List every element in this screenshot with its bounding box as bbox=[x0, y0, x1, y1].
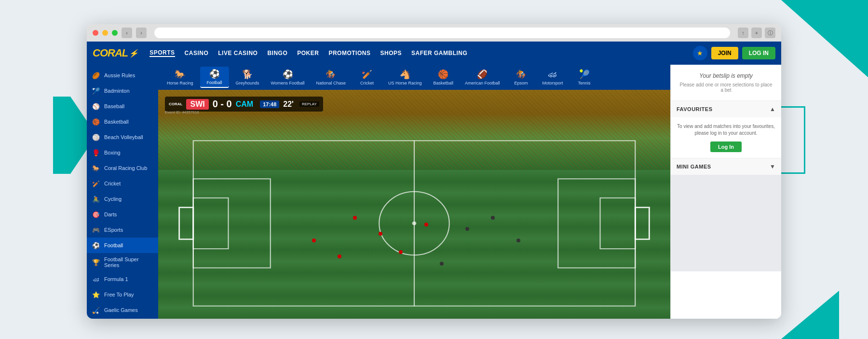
content-area: 🏉 Aussie Rules 🏸 Badminton ⚾ Baseball 🏀 … bbox=[87, 65, 781, 319]
sidebar-item-beach-volleyball[interactable]: 🏐 Beach Volleyball bbox=[87, 129, 158, 145]
back-button[interactable]: ‹ bbox=[122, 28, 132, 38]
sidebar-label-boxing: Boxing bbox=[104, 150, 121, 155]
nav-bingo[interactable]: BINGO bbox=[267, 50, 287, 56]
tennis-tab-icon: 🎾 bbox=[579, 69, 590, 80]
football-icon: ⚽ bbox=[92, 241, 100, 250]
score-home-value: 0 bbox=[213, 99, 218, 109]
sidebar-item-gaelic-games[interactable]: 🏑 Gaelic Games bbox=[87, 302, 158, 318]
tab-cricket[interactable]: 🏏 Cricket bbox=[353, 67, 381, 87]
sidebar-item-badminton[interactable]: 🏸 Badminton bbox=[87, 83, 158, 99]
reader-button[interactable]: ⓘ bbox=[765, 28, 775, 38]
main-content: 🐎 Horse Racing ⚽ Football 🐕 Greyhounds ⚽… bbox=[158, 65, 670, 319]
favourites-login-button[interactable]: Log In bbox=[710, 141, 742, 152]
sidebar-label-aussie-rules: Aussie Rules bbox=[104, 72, 135, 78]
site-wrapper: CORAL ⚡ SPORTS CASINO LIVE CASINO BINGO … bbox=[87, 42, 781, 319]
tab-greyhounds[interactable]: 🐕 Greyhounds bbox=[231, 67, 264, 87]
score-overlay: CORAL SWI 0 - 0 CAM 17:48 22' REPLAY bbox=[165, 97, 323, 112]
sidebar-item-boxing[interactable]: 🥊 Boxing bbox=[87, 145, 158, 160]
sidebar-item-cricket[interactable]: 🏏 Cricket bbox=[87, 176, 158, 191]
nav-poker[interactable]: POKER bbox=[297, 50, 319, 56]
svg-rect-4 bbox=[193, 198, 229, 249]
join-button[interactable]: JOIN bbox=[711, 47, 738, 59]
match-video-area[interactable]: CORAL SWI 0 - 0 CAM 17:48 22' REPLAY bbox=[158, 90, 670, 319]
share-button[interactable]: ↑ bbox=[738, 28, 748, 38]
favourites-header[interactable]: FAVOURITES ▲ bbox=[671, 101, 781, 117]
betslip-empty-desc: Please add one or more selections to pla… bbox=[678, 82, 773, 93]
mini-games-header[interactable]: MINI GAMES ▼ bbox=[671, 158, 781, 175]
tab-motorsport[interactable]: 🏎 Motorsport bbox=[538, 68, 568, 87]
basketball-tab-label: Basketball bbox=[434, 81, 454, 85]
player-2 bbox=[379, 232, 382, 236]
sidebar-item-formula1[interactable]: 🏎 Formula 1 bbox=[87, 271, 158, 287]
us-horse-racing-tab-label: US Horse Racing bbox=[388, 81, 422, 85]
sidebar-item-football-super-series[interactable]: 🏆 Football Super Series bbox=[87, 253, 158, 271]
epsom-tab-icon: 🏇 bbox=[516, 69, 527, 80]
football-field: CORAL SWI 0 - 0 CAM 17:48 22' REPLAY bbox=[158, 90, 670, 319]
betslip-panel: Your betslip is empty Please add one or … bbox=[670, 65, 781, 319]
national-chase-tab-icon: 🏇 bbox=[326, 69, 336, 80]
nav-safer-gambling[interactable]: SAFER GAMBLING bbox=[411, 50, 467, 56]
top-navigation: CORAL ⚡ SPORTS CASINO LIVE CASINO BINGO … bbox=[87, 42, 781, 65]
sidebar-label-football-super-series: Football Super Series bbox=[104, 256, 153, 268]
browser-dot-yellow[interactable] bbox=[102, 30, 108, 36]
cycling-icon: 🚴 bbox=[92, 195, 100, 203]
tab-womens-football[interactable]: ⚽ Womens Football bbox=[266, 67, 310, 87]
forward-button[interactable]: › bbox=[136, 28, 147, 38]
tab-american-football[interactable]: 🏈 American Football bbox=[460, 67, 505, 87]
player-9 bbox=[440, 262, 444, 266]
sidebar-item-baseball[interactable]: ⚾ Baseball bbox=[87, 99, 158, 114]
sidebar-label-cycling: Cycling bbox=[104, 196, 122, 202]
esports-icon: 🎮 bbox=[92, 226, 100, 234]
favourites-chevron-icon: ▲ bbox=[770, 106, 775, 113]
sidebar-item-football[interactable]: ⚽ Football bbox=[87, 238, 158, 253]
nav-casino[interactable]: CASINO bbox=[185, 50, 209, 56]
browser-frame: ‹ › ↑ + ⓘ CORAL ⚡ SPORTS CASINO LIVE CAS… bbox=[87, 24, 781, 319]
tab-epsom[interactable]: 🏇 Epsom bbox=[507, 67, 536, 87]
sidebar-item-cycling[interactable]: 🚴 Cycling bbox=[87, 191, 158, 207]
sidebar: 🏉 Aussie Rules 🏸 Badminton ⚾ Baseball 🏀 … bbox=[87, 65, 158, 319]
add-bookmark-button[interactable]: + bbox=[751, 28, 762, 38]
score-minute: 22' bbox=[283, 100, 294, 109]
login-button[interactable]: LOG IN bbox=[742, 47, 775, 59]
horse-racing-tab-icon: 🐎 bbox=[175, 69, 185, 80]
sidebar-label-basketball: Basketball bbox=[104, 119, 129, 125]
coral-logo[interactable]: CORAL ⚡ bbox=[93, 47, 138, 59]
womens-football-tab-label: Womens Football bbox=[271, 81, 305, 85]
american-football-tab-icon: 🏈 bbox=[477, 69, 488, 80]
tab-football[interactable]: ⚽ Football bbox=[200, 67, 229, 88]
mini-games-section: MINI GAMES ▼ bbox=[671, 158, 781, 271]
svg-rect-5 bbox=[179, 208, 193, 240]
nav-right-actions: ★ JOIN LOG IN bbox=[693, 46, 781, 60]
sidebar-item-esports[interactable]: 🎮 ESports bbox=[87, 222, 158, 238]
browser-dot-green[interactable] bbox=[112, 30, 118, 36]
womens-football-tab-icon: ⚽ bbox=[283, 69, 293, 80]
nav-shops[interactable]: SHOPS bbox=[380, 50, 402, 56]
favourites-desc: To view and add matches into your favour… bbox=[677, 123, 775, 137]
sidebar-item-aussie-rules[interactable]: 🏉 Aussie Rules bbox=[87, 68, 158, 83]
sidebar-label-formula1: Formula 1 bbox=[104, 276, 128, 282]
address-bar[interactable] bbox=[154, 28, 730, 38]
player-3 bbox=[399, 250, 403, 254]
formula1-icon: 🏎 bbox=[92, 275, 100, 283]
nav-sports[interactable]: SPORTS bbox=[149, 49, 175, 57]
sidebar-item-coral-racing[interactable]: 🐎 Coral Racing Club bbox=[87, 160, 158, 176]
nav-promotions[interactable]: PROMOTIONS bbox=[328, 50, 370, 56]
tab-national-chase[interactable]: 🏇 National Chase bbox=[311, 67, 351, 87]
browser-dot-red[interactable] bbox=[93, 30, 98, 36]
sidebar-item-darts[interactable]: 🎯 Darts bbox=[87, 207, 158, 222]
tab-horse-racing[interactable]: 🐎 Horse Racing bbox=[162, 67, 198, 87]
player-5 bbox=[338, 254, 341, 258]
sidebar-item-free-to-play[interactable]: ⭐ Free To Play bbox=[87, 287, 158, 302]
nav-live-casino[interactable]: LIVE CASINO bbox=[218, 50, 258, 56]
user-icon-button[interactable]: ★ bbox=[693, 46, 707, 60]
badminton-icon: 🏸 bbox=[92, 86, 100, 95]
cricket-tab-icon: 🏏 bbox=[362, 69, 372, 80]
sidebar-item-basketball[interactable]: 🏀 Basketball bbox=[87, 114, 158, 129]
cricket-icon: 🏏 bbox=[92, 179, 100, 188]
tab-us-horse-racing[interactable]: 🐴 US Horse Racing bbox=[383, 67, 427, 87]
betslip-empty-state: Your betslip is empty Please add one or … bbox=[671, 65, 781, 101]
american-football-tab-label: American Football bbox=[465, 81, 500, 85]
tab-tennis[interactable]: 🎾 Tennis bbox=[570, 67, 599, 87]
tab-basketball[interactable]: 🏀 Basketball bbox=[429, 67, 459, 87]
football-super-series-icon: 🏆 bbox=[92, 258, 100, 267]
